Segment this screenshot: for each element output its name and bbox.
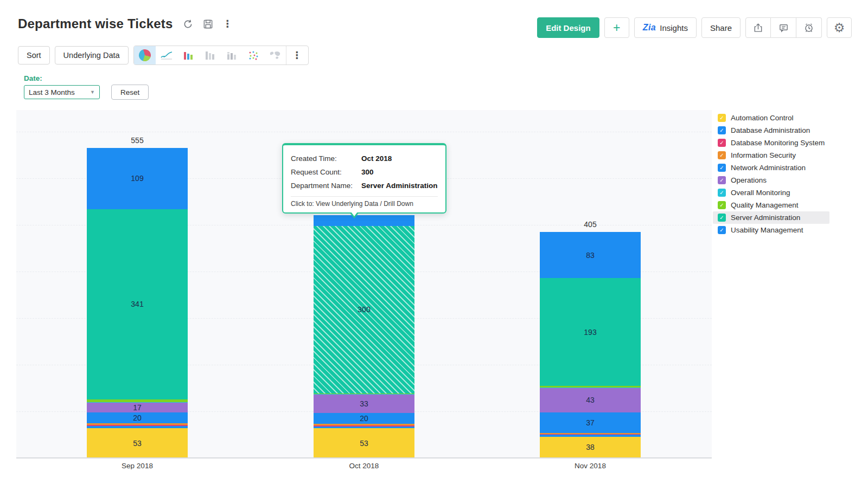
- bar-segment-server-administration[interactable]: [87, 209, 188, 399]
- add-button[interactable]: +: [604, 17, 629, 38]
- bar-segment-information-security[interactable]: [314, 424, 414, 425]
- bar-segment-database-monitoring-system[interactable]: [314, 425, 414, 427]
- bar-segment-overall-monitoring[interactable]: [540, 387, 641, 388]
- edit-design-button[interactable]: Edit Design: [537, 17, 599, 38]
- bar-segment-automation-control[interactable]: [314, 428, 414, 458]
- export-icon: [753, 23, 763, 33]
- insights-button[interactable]: Zia Insights: [634, 17, 697, 38]
- bar-segment-usability-management[interactable]: [314, 215, 414, 226]
- bar-segment-automation-control[interactable]: [87, 428, 188, 458]
- legend-item-usability-management[interactable]: ✓Usability Management: [713, 224, 829, 236]
- legend-checkbox[interactable]: ✓: [718, 176, 726, 184]
- legend: ✓Automation Control✓Database Administrat…: [713, 112, 829, 236]
- legend-label: Usability Management: [731, 226, 803, 234]
- refresh-icon[interactable]: [183, 19, 193, 29]
- export-button[interactable]: [745, 17, 771, 38]
- schedule-button[interactable]: [796, 17, 822, 38]
- bar-segment-information-security[interactable]: [540, 433, 641, 434]
- bar-segment-database-monitoring-system[interactable]: [87, 425, 188, 426]
- legend-checkbox[interactable]: ✓: [718, 126, 726, 134]
- bar-segment-quality-management[interactable]: [540, 386, 641, 387]
- tooltip-row-label: Request Count:: [291, 165, 361, 179]
- tooltip-row: Created Time:Oct 2018: [291, 152, 438, 165]
- chart-type-line[interactable]: [156, 46, 177, 65]
- pie-chart-icon: [137, 48, 152, 63]
- legend-item-quality-management[interactable]: ✓Quality Management: [713, 199, 829, 211]
- underlying-data-button[interactable]: Underlying Data: [55, 46, 129, 64]
- legend-label: Information Security: [731, 151, 796, 159]
- department-tickets-view: Department wise Tickets ⋮ Edit Design + …: [0, 0, 868, 478]
- legend-checkbox[interactable]: ✓: [718, 201, 726, 209]
- tooltip-row-label: Created Time:: [291, 152, 361, 165]
- tooltip-row-value: 300: [361, 165, 374, 179]
- zia-logo-icon: Zia: [643, 23, 656, 33]
- bar-segment-automation-control[interactable]: [540, 437, 641, 458]
- legend-label: Quality Management: [731, 201, 799, 209]
- legend-checkbox[interactable]: ✓: [718, 214, 726, 222]
- date-range-value: Last 3 Months: [29, 88, 75, 96]
- world-map-icon: [269, 50, 282, 61]
- settings-button[interactable]: ⚙: [827, 17, 852, 38]
- legend-checkbox[interactable]: ✓: [718, 151, 726, 159]
- chart-type-map[interactable]: [264, 46, 286, 65]
- header-icon-group: [745, 17, 822, 38]
- chart-type-more[interactable]: ⋮: [286, 46, 308, 65]
- bar-chart-color-icon: [182, 50, 194, 61]
- comments-button[interactable]: [771, 17, 796, 38]
- legend-item-network-administration[interactable]: ✓Network Administration: [713, 162, 829, 174]
- sort-button[interactable]: Sort: [18, 46, 50, 64]
- legend-label: Database Monitoring System: [731, 139, 825, 147]
- bar-segment-network-administration[interactable]: [540, 412, 641, 433]
- legend-checkbox[interactable]: ✓: [718, 139, 726, 147]
- title-more-menu-icon[interactable]: ⋮: [223, 19, 233, 29]
- bar-total-label: 405: [540, 220, 641, 229]
- save-icon[interactable]: [203, 19, 213, 29]
- date-range-dropdown[interactable]: Last 3 Months ▼: [24, 85, 100, 99]
- bar-segment-database-administration[interactable]: [314, 427, 414, 428]
- bar-segment-overall-monitoring[interactable]: [314, 394, 414, 395]
- share-button[interactable]: Share: [701, 17, 741, 38]
- legend-item-automation-control[interactable]: ✓Automation Control: [713, 112, 829, 124]
- legend-label: Database Administration: [731, 126, 810, 134]
- chart-tooltip: Created Time:Oct 2018Request Count:300De…: [282, 143, 446, 214]
- chart-toolbar: Sort Underlying Data: [18, 46, 309, 65]
- bar-chart-gray-icon: [204, 50, 216, 61]
- bar-segment-overall-monitoring[interactable]: [87, 402, 188, 403]
- legend-item-overall-monitoring[interactable]: ✓Overall Monitoring: [713, 186, 829, 199]
- bar-segment-quality-management[interactable]: [314, 393, 414, 394]
- chart-type-pie[interactable]: [134, 46, 156, 65]
- bar-segment-database-administration[interactable]: [87, 426, 188, 428]
- legend-checkbox[interactable]: ✓: [718, 164, 726, 172]
- chart-type-stacked-gray[interactable]: [221, 46, 242, 65]
- legend-item-database-monitoring-system[interactable]: ✓Database Monitoring System: [713, 137, 829, 149]
- bar-segment-server-administration[interactable]: [314, 226, 414, 393]
- more-chart-types-icon: ⋮: [292, 50, 302, 60]
- legend-label: Automation Control: [731, 114, 794, 122]
- bar-segment-operations[interactable]: [314, 395, 414, 413]
- legend-item-operations[interactable]: ✓Operations: [713, 174, 829, 186]
- legend-checkbox[interactable]: ✓: [718, 226, 726, 234]
- reset-button[interactable]: Reset: [111, 85, 149, 100]
- bar-segment-database-monitoring-system[interactable]: [540, 434, 641, 435]
- chart-type-bar[interactable]: [177, 46, 199, 65]
- legend-item-database-administration[interactable]: ✓Database Administration: [713, 124, 829, 137]
- page-title: Department wise Tickets: [18, 16, 173, 31]
- legend-checkbox[interactable]: ✓: [718, 189, 726, 197]
- legend-label: Server Administration: [731, 214, 800, 222]
- bar-segment-database-administration[interactable]: [540, 435, 641, 437]
- bar-segment-network-administration[interactable]: [314, 413, 414, 424]
- chart-type-scatter[interactable]: [242, 46, 264, 65]
- bar-segment-operations[interactable]: [540, 388, 641, 412]
- bar-segment-information-security[interactable]: [87, 423, 188, 425]
- bar-segment-operations[interactable]: [87, 403, 188, 412]
- bar-segment-server-administration[interactable]: [540, 278, 641, 386]
- legend-checkbox[interactable]: ✓: [718, 114, 726, 122]
- legend-label: Operations: [731, 176, 767, 184]
- chart-type-column-gray[interactable]: [199, 46, 221, 65]
- bar-segment-network-administration[interactable]: [87, 412, 188, 424]
- legend-item-server-administration[interactable]: ✓Server Administration: [713, 211, 829, 224]
- bar-segment-quality-management[interactable]: [87, 399, 188, 402]
- bar-segment-usability-management[interactable]: [87, 148, 188, 209]
- legend-item-information-security[interactable]: ✓Information Security: [713, 149, 829, 162]
- bar-segment-usability-management[interactable]: [540, 232, 641, 278]
